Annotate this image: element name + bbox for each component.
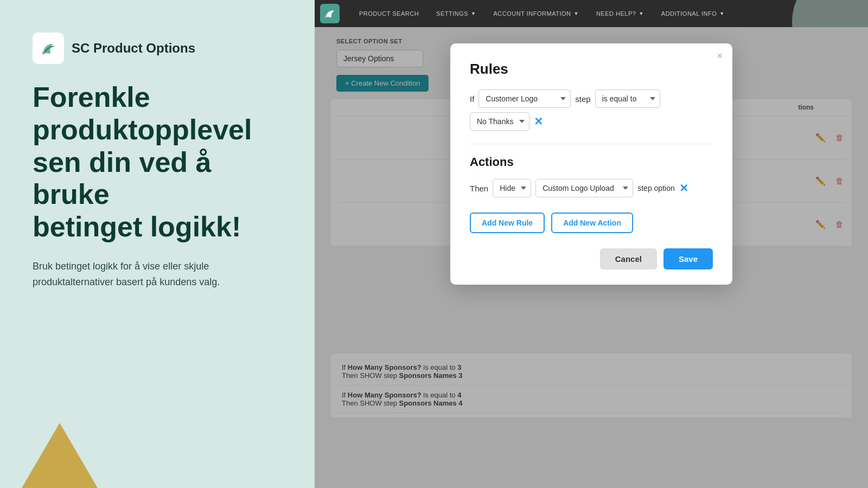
actions-title: Actions [470,155,713,169]
hero-subtext: Bruk betinget logikk for å vise eller sk… [33,259,277,290]
modal-footer: Cancel Save [470,248,713,269]
nav-need-help[interactable]: NEED HELP? ▼ [588,0,653,27]
logo-row: SC Product Options [33,33,282,64]
add-new-rule-button[interactable]: Add New Rule [470,213,545,233]
divider [470,144,713,144]
right-panel: PRODUCT SEARCH SETTINGS ▼ ACCOUNT INFORM… [315,0,868,488]
then-label: Then [470,184,488,193]
settings-chevron-icon: ▼ [471,11,476,16]
modal-close-button[interactable]: × [717,51,723,61]
app-content: SELECT OPTION SET Jersey Options + Creat… [315,27,868,488]
nav-logo [320,4,340,23]
step-option-label: step option [637,184,675,192]
cancel-button[interactable]: Cancel [600,248,657,269]
app-navbar: PRODUCT SEARCH SETTINGS ▼ ACCOUNT INFORM… [315,0,868,27]
app-logo-icon [33,33,64,64]
add-new-action-button[interactable]: Add New Action [551,213,633,233]
action-step-select[interactable]: Custom Logo Upload [535,179,633,197]
modal-overlay: × Rules If Customer Logo step is equal t… [315,27,868,488]
app-name: SC Product Options [72,41,195,56]
svg-point-2 [325,16,327,18]
save-button[interactable]: Save [663,248,713,269]
rule-condition-row: If Customer Logo step is equal to [470,89,713,131]
nav-account-information[interactable]: ACCOUNT INFORMATION ▼ [485,0,588,27]
action-type-select[interactable]: Hide [493,179,531,197]
step-label: step [575,94,590,104]
nav-additional-info[interactable]: ADDITIONAL INFO ▼ [653,0,733,27]
nav-settings[interactable]: SETTINGS ▼ [427,0,484,27]
action-row: Then Hide Custom Logo Upload step option… [470,179,713,197]
add-buttons-row: Add New Rule Add New Action [470,213,713,233]
additional-chevron-icon: ▼ [719,11,724,16]
hero-heading: Forenkleproduktopplevelsen din ved å bru… [33,81,282,243]
svg-point-1 [42,52,45,55]
account-chevron-icon: ▼ [573,11,578,16]
left-panel: SC Product Options Forenkleproduktopplev… [0,0,315,488]
condition-step-select[interactable]: Customer Logo [478,89,571,108]
condition-operator-select[interactable]: is equal to [595,89,660,108]
modal-title: Rules [470,61,713,78]
condition-value-select[interactable]: No Thanks [470,112,529,131]
triangle-decoration [22,423,98,488]
if-label: If [470,94,474,104]
help-chevron-icon: ▼ [639,11,643,16]
nav-product-search[interactable]: PRODUCT SEARCH [350,0,427,27]
remove-action-button[interactable]: ✕ [679,183,688,194]
rules-modal: × Rules If Customer Logo step is equal t… [450,43,732,285]
remove-rule-button[interactable]: ✕ [534,116,543,127]
